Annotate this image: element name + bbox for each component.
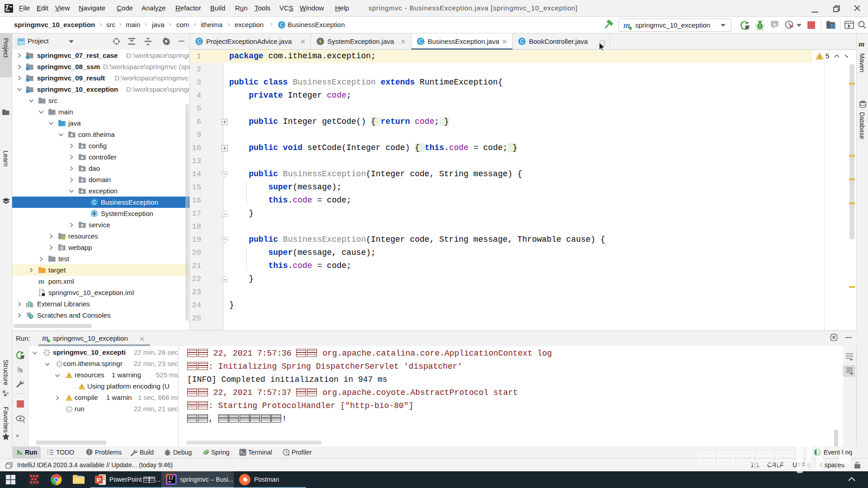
svg-text:m: m — [38, 277, 44, 285]
svg-text:9: 9 — [20, 368, 23, 374]
svg-text:C: C — [419, 38, 423, 45]
svg-text:C: C — [92, 199, 96, 206]
svg-text:C: C — [197, 38, 201, 45]
svg-text:P: P — [97, 477, 101, 483]
svg-text:C: C — [280, 22, 283, 28]
svg-text:C: C — [520, 38, 524, 45]
